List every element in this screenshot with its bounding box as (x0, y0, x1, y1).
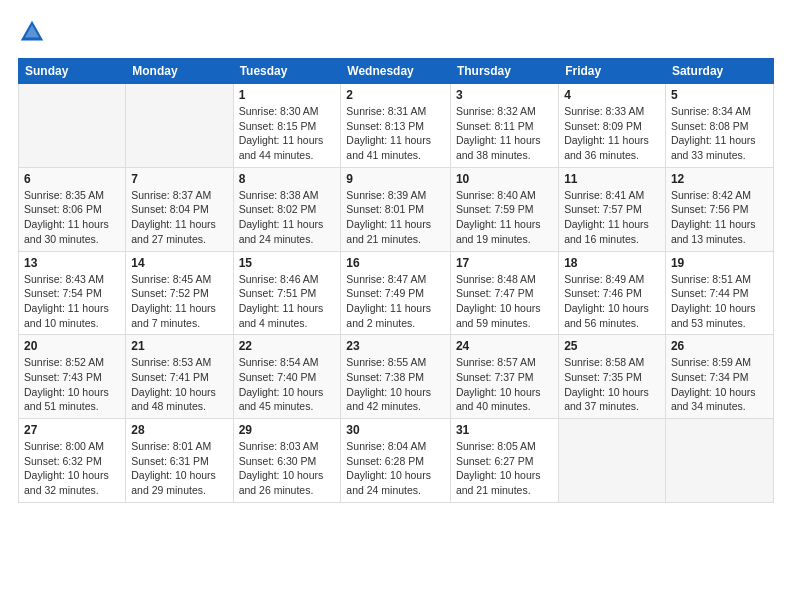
header-row: SundayMondayTuesdayWednesdayThursdayFrid… (19, 59, 774, 84)
day-info: Sunrise: 8:57 AMSunset: 7:37 PMDaylight:… (456, 355, 553, 414)
day-info: Sunrise: 8:47 AMSunset: 7:49 PMDaylight:… (346, 272, 445, 331)
day-info: Sunrise: 8:49 AMSunset: 7:46 PMDaylight:… (564, 272, 660, 331)
day-info: Sunrise: 8:34 AMSunset: 8:08 PMDaylight:… (671, 104, 768, 163)
day-number: 13 (24, 256, 120, 270)
day-number: 14 (131, 256, 227, 270)
day-number: 8 (239, 172, 336, 186)
day-number: 9 (346, 172, 445, 186)
day-info: Sunrise: 8:45 AMSunset: 7:52 PMDaylight:… (131, 272, 227, 331)
day-cell (559, 419, 666, 503)
day-info: Sunrise: 8:00 AMSunset: 6:32 PMDaylight:… (24, 439, 120, 498)
week-row-4: 27Sunrise: 8:00 AMSunset: 6:32 PMDayligh… (19, 419, 774, 503)
day-cell: 27Sunrise: 8:00 AMSunset: 6:32 PMDayligh… (19, 419, 126, 503)
day-info: Sunrise: 8:38 AMSunset: 8:02 PMDaylight:… (239, 188, 336, 247)
day-cell: 29Sunrise: 8:03 AMSunset: 6:30 PMDayligh… (233, 419, 341, 503)
day-cell: 16Sunrise: 8:47 AMSunset: 7:49 PMDayligh… (341, 251, 451, 335)
day-cell: 20Sunrise: 8:52 AMSunset: 7:43 PMDayligh… (19, 335, 126, 419)
logo (18, 18, 50, 46)
page: SundayMondayTuesdayWednesdayThursdayFrid… (0, 0, 792, 612)
day-info: Sunrise: 8:41 AMSunset: 7:57 PMDaylight:… (564, 188, 660, 247)
day-cell: 2Sunrise: 8:31 AMSunset: 8:13 PMDaylight… (341, 84, 451, 168)
day-number: 30 (346, 423, 445, 437)
header-cell-saturday: Saturday (665, 59, 773, 84)
day-number: 18 (564, 256, 660, 270)
day-number: 10 (456, 172, 553, 186)
day-info: Sunrise: 8:51 AMSunset: 7:44 PMDaylight:… (671, 272, 768, 331)
day-cell: 11Sunrise: 8:41 AMSunset: 7:57 PMDayligh… (559, 167, 666, 251)
day-number: 22 (239, 339, 336, 353)
day-number: 4 (564, 88, 660, 102)
day-number: 20 (24, 339, 120, 353)
day-number: 17 (456, 256, 553, 270)
day-info: Sunrise: 8:39 AMSunset: 8:01 PMDaylight:… (346, 188, 445, 247)
header-cell-friday: Friday (559, 59, 666, 84)
day-number: 6 (24, 172, 120, 186)
day-cell: 17Sunrise: 8:48 AMSunset: 7:47 PMDayligh… (450, 251, 558, 335)
day-cell: 30Sunrise: 8:04 AMSunset: 6:28 PMDayligh… (341, 419, 451, 503)
day-cell: 26Sunrise: 8:59 AMSunset: 7:34 PMDayligh… (665, 335, 773, 419)
day-info: Sunrise: 8:35 AMSunset: 8:06 PMDaylight:… (24, 188, 120, 247)
day-number: 2 (346, 88, 445, 102)
calendar: SundayMondayTuesdayWednesdayThursdayFrid… (18, 58, 774, 503)
day-info: Sunrise: 8:37 AMSunset: 8:04 PMDaylight:… (131, 188, 227, 247)
day-info: Sunrise: 8:05 AMSunset: 6:27 PMDaylight:… (456, 439, 553, 498)
day-number: 15 (239, 256, 336, 270)
day-info: Sunrise: 8:33 AMSunset: 8:09 PMDaylight:… (564, 104, 660, 163)
day-cell: 23Sunrise: 8:55 AMSunset: 7:38 PMDayligh… (341, 335, 451, 419)
day-info: Sunrise: 8:04 AMSunset: 6:28 PMDaylight:… (346, 439, 445, 498)
week-row-1: 6Sunrise: 8:35 AMSunset: 8:06 PMDaylight… (19, 167, 774, 251)
day-info: Sunrise: 8:53 AMSunset: 7:41 PMDaylight:… (131, 355, 227, 414)
header (18, 18, 774, 46)
calendar-header: SundayMondayTuesdayWednesdayThursdayFrid… (19, 59, 774, 84)
day-info: Sunrise: 8:52 AMSunset: 7:43 PMDaylight:… (24, 355, 120, 414)
day-info: Sunrise: 8:40 AMSunset: 7:59 PMDaylight:… (456, 188, 553, 247)
day-info: Sunrise: 8:42 AMSunset: 7:56 PMDaylight:… (671, 188, 768, 247)
day-cell: 7Sunrise: 8:37 AMSunset: 8:04 PMDaylight… (126, 167, 233, 251)
day-number: 26 (671, 339, 768, 353)
day-info: Sunrise: 8:46 AMSunset: 7:51 PMDaylight:… (239, 272, 336, 331)
day-number: 28 (131, 423, 227, 437)
day-cell: 1Sunrise: 8:30 AMSunset: 8:15 PMDaylight… (233, 84, 341, 168)
day-number: 29 (239, 423, 336, 437)
day-number: 23 (346, 339, 445, 353)
day-info: Sunrise: 8:03 AMSunset: 6:30 PMDaylight:… (239, 439, 336, 498)
day-cell: 22Sunrise: 8:54 AMSunset: 7:40 PMDayligh… (233, 335, 341, 419)
day-cell: 24Sunrise: 8:57 AMSunset: 7:37 PMDayligh… (450, 335, 558, 419)
day-cell: 21Sunrise: 8:53 AMSunset: 7:41 PMDayligh… (126, 335, 233, 419)
calendar-body: 1Sunrise: 8:30 AMSunset: 8:15 PMDaylight… (19, 84, 774, 503)
day-info: Sunrise: 8:01 AMSunset: 6:31 PMDaylight:… (131, 439, 227, 498)
day-info: Sunrise: 8:43 AMSunset: 7:54 PMDaylight:… (24, 272, 120, 331)
day-info: Sunrise: 8:58 AMSunset: 7:35 PMDaylight:… (564, 355, 660, 414)
day-cell: 18Sunrise: 8:49 AMSunset: 7:46 PMDayligh… (559, 251, 666, 335)
day-number: 11 (564, 172, 660, 186)
day-info: Sunrise: 8:32 AMSunset: 8:11 PMDaylight:… (456, 104, 553, 163)
day-number: 12 (671, 172, 768, 186)
day-info: Sunrise: 8:30 AMSunset: 8:15 PMDaylight:… (239, 104, 336, 163)
day-number: 21 (131, 339, 227, 353)
day-cell: 3Sunrise: 8:32 AMSunset: 8:11 PMDaylight… (450, 84, 558, 168)
week-row-0: 1Sunrise: 8:30 AMSunset: 8:15 PMDaylight… (19, 84, 774, 168)
header-cell-tuesday: Tuesday (233, 59, 341, 84)
day-number: 25 (564, 339, 660, 353)
day-number: 27 (24, 423, 120, 437)
logo-icon (18, 18, 46, 46)
day-cell: 5Sunrise: 8:34 AMSunset: 8:08 PMDaylight… (665, 84, 773, 168)
day-info: Sunrise: 8:55 AMSunset: 7:38 PMDaylight:… (346, 355, 445, 414)
day-cell: 8Sunrise: 8:38 AMSunset: 8:02 PMDaylight… (233, 167, 341, 251)
day-cell: 19Sunrise: 8:51 AMSunset: 7:44 PMDayligh… (665, 251, 773, 335)
day-cell: 25Sunrise: 8:58 AMSunset: 7:35 PMDayligh… (559, 335, 666, 419)
day-cell: 12Sunrise: 8:42 AMSunset: 7:56 PMDayligh… (665, 167, 773, 251)
day-cell (665, 419, 773, 503)
day-info: Sunrise: 8:48 AMSunset: 7:47 PMDaylight:… (456, 272, 553, 331)
day-info: Sunrise: 8:59 AMSunset: 7:34 PMDaylight:… (671, 355, 768, 414)
header-cell-thursday: Thursday (450, 59, 558, 84)
day-cell: 10Sunrise: 8:40 AMSunset: 7:59 PMDayligh… (450, 167, 558, 251)
day-cell: 9Sunrise: 8:39 AMSunset: 8:01 PMDaylight… (341, 167, 451, 251)
day-number: 16 (346, 256, 445, 270)
day-cell: 28Sunrise: 8:01 AMSunset: 6:31 PMDayligh… (126, 419, 233, 503)
day-cell (19, 84, 126, 168)
day-number: 3 (456, 88, 553, 102)
day-cell: 15Sunrise: 8:46 AMSunset: 7:51 PMDayligh… (233, 251, 341, 335)
header-cell-monday: Monday (126, 59, 233, 84)
day-number: 7 (131, 172, 227, 186)
